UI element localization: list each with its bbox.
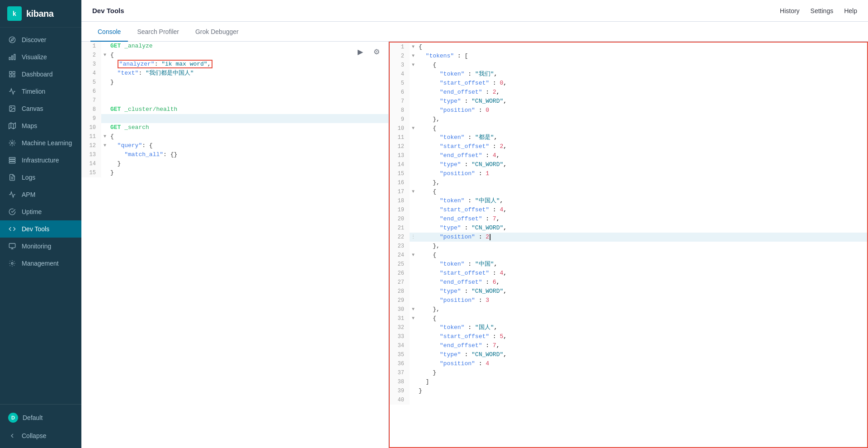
editor-toolbar: ▶ ⚙: [354, 45, 383, 58]
tabs-bar: Console Search Profiler Grok Debugger: [81, 22, 868, 42]
svg-rect-17: [9, 162, 15, 163]
out-line-25: 25 "token" : "中国",: [390, 260, 867, 269]
sidebar-item-timelion-label: Timelion: [22, 88, 45, 95]
sidebar-item-logs[interactable]: Logs: [0, 169, 81, 186]
sidebar-item-dashboard[interactable]: Dashboard: [0, 66, 81, 83]
topbar-actions: History Settings Help: [780, 7, 857, 14]
sidebar-item-infrastructure-label: Infrastructure: [22, 157, 59, 164]
out-line-5: 5 "start_offset" : 0,: [390, 79, 867, 88]
tab-console[interactable]: Console: [90, 22, 128, 42]
right-panel: 1 ▼ { 2 ▼ "tokens" : [ 3 ▼ { 4: [389, 42, 868, 448]
sidebar-item-discover[interactable]: Discover: [0, 31, 81, 48]
out-line-16: 16 },: [390, 178, 867, 187]
svg-rect-2: [14, 54, 15, 60]
code-line-7: 7: [81, 96, 388, 105]
sidebar-item-maps[interactable]: Maps: [0, 117, 81, 134]
out-line-22: 22 ⋮ "position" : 2: [390, 233, 867, 242]
compass-icon: [8, 36, 16, 44]
sidebar-item-logs-label: Logs: [22, 174, 35, 181]
out-line-39: 39 }: [390, 386, 867, 396]
sidebar-item-apm-label: APM: [22, 191, 35, 198]
out-line-33: 33 "start_offset" : 5,: [390, 332, 867, 341]
svg-marker-1: [11, 38, 14, 41]
user-label: Default: [23, 414, 42, 421]
apm-icon: [8, 191, 16, 199]
sidebar-item-apm[interactable]: APM: [0, 186, 81, 203]
tab-grok-debugger[interactable]: Grok Debugger: [188, 22, 246, 42]
tab-search-profiler[interactable]: Search Profiler: [130, 22, 186, 42]
out-line-20: 20 "end_offset" : 7,: [390, 214, 867, 224]
out-line-7: 7 "type" : "CN_WORD",: [390, 97, 867, 106]
sidebar-item-devtools[interactable]: Dev Tools: [0, 220, 81, 238]
out-line-10: 10 ▼ {: [390, 124, 867, 133]
sidebar-nav: Discover Visualize Dashboard Timelion Ca: [0, 28, 81, 404]
collapse-button[interactable]: Collapse: [0, 427, 81, 444]
left-panel: ▶ ⚙ 1 GET _analyze 2 ▼ { 3: [81, 42, 389, 448]
out-line-13: 13 "end_offset" : 4,: [390, 151, 867, 160]
clock-icon: [8, 87, 16, 95]
canvas-icon: [8, 105, 16, 113]
out-line-31: 31 ▼ {: [390, 314, 867, 323]
out-line-29: 29 "position" : 3: [390, 296, 867, 305]
sidebar-item-dashboard-label: Dashboard: [22, 71, 53, 78]
infra-icon: [8, 156, 16, 164]
out-line-12: 12 "start_offset" : 2,: [390, 142, 867, 151]
code-line-10: 10 GET _search: [81, 123, 388, 132]
out-line-35: 35 "type" : "CN_WORD",: [390, 350, 867, 359]
out-line-18: 18 "token" : "中国人",: [390, 196, 867, 205]
out-line-37: 37 }: [390, 368, 867, 377]
sidebar-item-monitoring[interactable]: Monitoring: [0, 238, 81, 255]
grid-icon: [8, 70, 16, 78]
sidebar-item-monitoring-label: Monitoring: [22, 243, 51, 250]
sidebar: k kibana Discover Visualize Dashboard: [0, 0, 81, 448]
sidebar-item-infrastructure[interactable]: Infrastructure: [0, 152, 81, 169]
right-code-editor[interactable]: 1 ▼ { 2 ▼ "tokens" : [ 3 ▼ { 4: [390, 43, 867, 447]
out-line-23: 23 },: [390, 242, 867, 251]
history-link[interactable]: History: [780, 7, 800, 14]
svg-marker-11: [9, 123, 16, 129]
wrench-button[interactable]: ⚙: [370, 45, 383, 58]
out-line-11: 11 "token" : "都是",: [390, 133, 867, 142]
out-line-40: 40: [390, 396, 867, 405]
sidebar-item-canvas[interactable]: Canvas: [0, 100, 81, 117]
out-line-6: 6 "end_offset" : 2,: [390, 88, 867, 97]
out-line-3: 3 ▼ {: [390, 61, 867, 70]
out-line-1: 1 ▼ {: [390, 43, 867, 52]
sidebar-item-visualize[interactable]: Visualize: [0, 48, 81, 66]
code-line-8: 8 GET _cluster/health: [81, 105, 388, 114]
devtools-icon: [8, 225, 16, 233]
sidebar-item-uptime[interactable]: Uptime: [0, 203, 81, 220]
svg-rect-4: [9, 57, 10, 60]
sidebar-item-uptime-label: Uptime: [22, 208, 42, 215]
help-link[interactable]: Help: [844, 7, 857, 14]
sidebar-item-ml[interactable]: Machine Learning: [0, 134, 81, 152]
svg-point-0: [9, 37, 15, 43]
collapse-icon: [8, 432, 16, 440]
code-line-1: 1 GET _analyze: [81, 42, 388, 51]
main-content: Dev Tools History Settings Help Console …: [81, 0, 868, 448]
management-icon: [8, 259, 16, 267]
out-line-27: 27 "end_offset" : 6,: [390, 278, 867, 287]
code-line-6: 6: [81, 87, 388, 96]
settings-link[interactable]: Settings: [811, 7, 834, 14]
out-line-26: 26 "start_offset" : 4,: [390, 269, 867, 278]
out-line-32: 32 "token" : "国人",: [390, 323, 867, 332]
editor-container: ▶ ⚙ 1 GET _analyze 2 ▼ { 3: [81, 42, 868, 448]
left-code-editor[interactable]: 1 GET _analyze 2 ▼ { 3 "analyzer": "ik m…: [81, 42, 388, 448]
sidebar-item-ml-label: Machine Learning: [22, 139, 72, 147]
sidebar-item-discover-label: Discover: [22, 36, 46, 43]
svg-rect-3: [12, 56, 13, 60]
out-line-38: 38 ]: [390, 377, 867, 386]
code-line-15: 15 }: [81, 168, 388, 177]
out-line-8: 8 "position" : 0: [390, 106, 867, 115]
out-line-21: 21 "type" : "CN_WORD",: [390, 224, 867, 233]
out-line-4: 4 "token" : "我们",: [390, 70, 867, 79]
out-line-9: 9 },: [390, 115, 867, 124]
run-button[interactable]: ▶: [354, 45, 367, 58]
sidebar-item-management[interactable]: Management: [0, 255, 81, 272]
sidebar-item-canvas-label: Canvas: [22, 105, 43, 112]
code-line-14: 14 }: [81, 159, 388, 168]
user-item[interactable]: D Default: [0, 408, 81, 427]
sidebar-item-timelion[interactable]: Timelion: [0, 83, 81, 100]
out-line-34: 34 "end_offset" : 7,: [390, 341, 867, 350]
